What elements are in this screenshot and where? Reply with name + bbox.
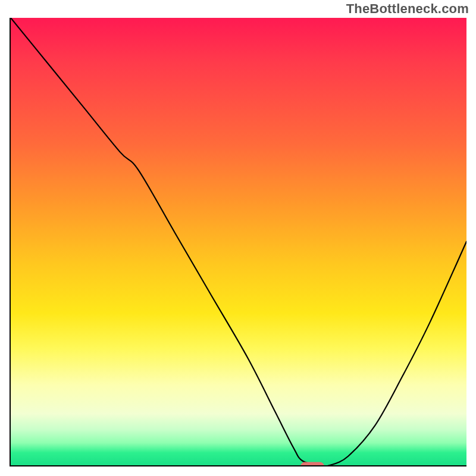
attribution-label: TheBottleneck.com (346, 1, 469, 17)
curve-layer (11, 18, 466, 465)
plot-area (10, 18, 466, 466)
chart-container: TheBottleneck.com (0, 0, 476, 476)
bottleneck-curve (11, 18, 466, 465)
optimal-marker (300, 462, 324, 467)
